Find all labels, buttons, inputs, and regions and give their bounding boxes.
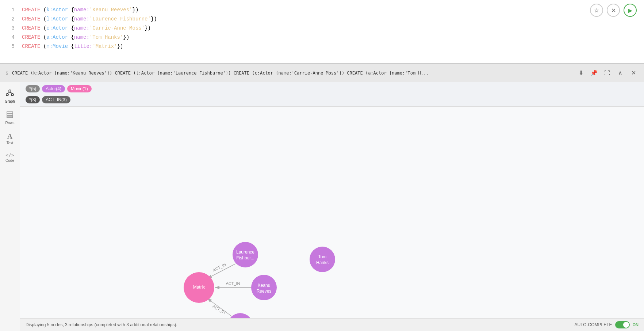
svg-point-0 [9,90,11,92]
edge-label-keanu-matrix: ACT_IN [226,281,240,286]
download-query-button[interactable]: ⬇ [576,68,586,78]
sidebar-item-text[interactable]: A Text [1,130,19,148]
pin-query-button[interactable]: 📌 [589,68,599,78]
text-icon: A [7,133,12,140]
tag-actIn[interactable]: ACT_IN(3) [42,96,70,103]
tag-actor[interactable]: Actor(4) [42,85,65,92]
autocomplete-toggle: AUTO-COMPLETE ON [574,321,639,328]
code-line-2: CREATE ( l:Actor { name: 'Laurence Fishb… [22,15,640,24]
close-query-button[interactable]: ✕ [628,68,639,78]
svg-line-3 [7,92,10,94]
query-bar: $ CREATE (k:Actor {name:'Keanu Reeves'})… [0,64,644,82]
graph-icon [6,89,14,98]
sidebar-item-rows[interactable]: Rows [1,108,19,128]
rows-icon [6,111,14,120]
expand-query-button[interactable]: ⛶ [602,68,612,78]
editor-area: 1 2 3 4 5 CREATE ( k:Actor { name: 'Kean… [0,0,644,64]
svg-rect-6 [7,114,13,115]
status-bar: Displaying 5 nodes, 3 relationships (com… [20,318,644,331]
graph-canvas[interactable]: ACT_IN ACT_IN ACT_IN Matrix Keanu Reeves… [20,107,644,331]
svg-point-2 [11,94,14,96]
node-matrix[interactable] [184,272,214,303]
code-icon: </> [5,153,14,157]
sidebar-text-label: Text [7,141,13,145]
collapse-query-button[interactable]: ∧ [615,68,625,78]
close-editor-button[interactable]: ✕ [607,4,620,17]
tag-rel[interactable]: *(3) [26,96,40,103]
editor-actions: ☆ ✕ ▶ [590,4,637,17]
svg-point-1 [6,94,8,96]
status-text: Displaying 5 nodes, 3 relationships (com… [26,322,177,327]
code-line-3: CREATE ( c:Actor { name: 'Carrie-Anne Mo… [22,24,640,33]
toggle-on-label: ON [633,323,639,327]
code-line-4: CREATE ( a:Actor { name: 'Tom Hanks' }) [22,33,640,42]
query-dollar: $ [5,70,8,76]
autocomplete-label: AUTO-COMPLETE [574,322,612,327]
star-button[interactable]: ☆ [590,4,603,17]
query-actions: ⬇ 📌 ⛶ ∧ ✕ [576,68,639,78]
tags-row1: *(5) Actor(4) Movie(1) [26,85,639,92]
tag-all[interactable]: *(5) [26,85,40,92]
svg-rect-7 [7,116,13,118]
sidebar-item-graph[interactable]: Graph [1,86,19,106]
tags-bar: *(5) Actor(4) Movie(1) *(3) ACT_IN(3) [20,82,644,107]
edge-label-laurence-matrix: ACT_IN [212,262,227,272]
play-button[interactable]: ▶ [624,4,637,17]
sidebar-code-label: Code [5,159,14,163]
sidebar-rows-label: Rows [5,121,14,125]
code-line-5: CREATE ( m:Movie { title: 'Matrix' }) [22,42,640,51]
result-panel: *(5) Actor(4) Movie(1) *(3) ACT_IN(3) [20,82,644,331]
tags-row2: *(3) ACT_IN(3) [26,96,639,103]
sidebar-graph-label: Graph [5,99,15,103]
node-tom[interactable] [310,247,335,272]
code-line-1: CREATE ( k:Actor { name: 'Keanu Reeves' … [22,5,640,15]
query-text: CREATE (k:Actor {name:'Keanu Reeves'}) C… [12,71,572,76]
tag-movie[interactable]: Movie(1) [67,85,92,92]
svg-line-4 [10,92,12,94]
svg-rect-5 [7,112,13,113]
sidebar: Graph Rows A Text </> Code [0,82,20,331]
node-laurence[interactable] [233,242,258,267]
node-keanu[interactable] [251,275,277,300]
edge-label-carrie-matrix: ACT_IN [212,304,226,314]
sidebar-item-code[interactable]: </> Code [1,150,19,166]
toggle-switch[interactable] [615,321,630,328]
code-content[interactable]: CREATE ( k:Actor { name: 'Keanu Reeves' … [18,0,644,63]
graph-svg: ACT_IN ACT_IN ACT_IN Matrix Keanu Reeves… [20,107,644,331]
line-numbers: 1 2 3 4 5 [0,0,18,63]
main-area: Graph Rows A Text </> Code * [0,82,644,331]
